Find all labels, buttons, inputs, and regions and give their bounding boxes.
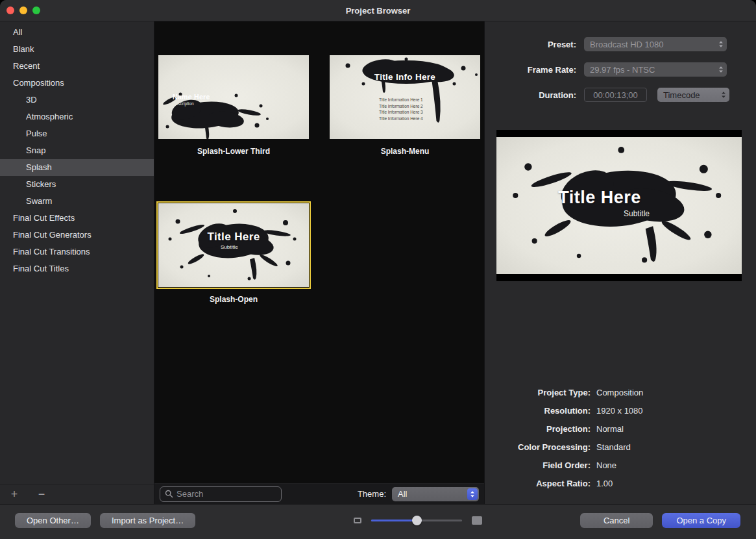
preview-frame: Title Here Subtitle <box>496 137 742 274</box>
sidebar-item-pulse[interactable]: Pulse <box>0 125 154 142</box>
close-window-button[interactable] <box>6 6 14 14</box>
remove-icon[interactable]: − <box>35 488 48 500</box>
sidebar-item-final-cut-titles[interactable]: Final Cut Titles <box>0 260 154 277</box>
sidebar-item-all[interactable]: All <box>0 24 154 41</box>
info-row: Projection: Normal <box>485 420 756 438</box>
info-row: Resolution: 1920 x 1080 <box>485 401 756 420</box>
template-card-splash-open[interactable]: Title Here Subtitle Splash-Open <box>158 203 309 305</box>
frame-rate-label: Frame Rate: <box>485 65 576 75</box>
search-icon <box>165 490 173 498</box>
project-preview: Title Here Subtitle <box>496 130 742 281</box>
sidebar-item-recent[interactable]: Recent <box>0 58 154 75</box>
zoom-window-button[interactable] <box>32 6 40 14</box>
thumbnail-size-large-icon <box>472 516 482 525</box>
frame-rate-value: 29.97 fps - NTSC <box>590 65 655 75</box>
popup-chevrons-icon <box>718 62 724 77</box>
sidebar-item-3d[interactable]: 3D <box>0 92 154 108</box>
info-row: Project Type: Composition <box>485 383 756 401</box>
sidebar-list: All Blank Recent Compositions 3D Atmosph… <box>0 21 154 484</box>
window-controls <box>6 0 40 21</box>
sidebar-item-compositions[interactable]: Compositions <box>0 75 154 92</box>
duration-input <box>584 88 647 102</box>
theme-popup[interactable]: All <box>392 487 479 501</box>
sidebar-item-stickers[interactable]: Stickers <box>0 176 154 193</box>
template-name: Splash-Menu <box>330 147 480 157</box>
theme-label: Theme: <box>358 489 386 499</box>
template-name: Splash-Lower Third <box>158 147 309 157</box>
search-input[interactable] <box>177 489 276 499</box>
project-info: Project Type: Composition Resolution: 19… <box>485 383 756 492</box>
sidebar-item-atmospheric[interactable]: Atmospheric <box>0 108 154 125</box>
minimize-window-button[interactable] <box>19 6 27 14</box>
sidebar: All Blank Recent Compositions 3D Atmosph… <box>0 21 154 504</box>
sidebar-item-splash[interactable]: Splash <box>0 159 154 176</box>
open-a-copy-button[interactable]: Open a Copy <box>662 513 740 528</box>
cancel-button[interactable]: Cancel <box>580 513 653 528</box>
popup-chevrons-icon <box>721 88 726 102</box>
slider-knob[interactable] <box>412 516 422 525</box>
template-thumbnail[interactable]: Name Here Description <box>158 55 309 139</box>
info-row: Color Processing: Standard <box>485 438 756 456</box>
window-title: Project Browser <box>0 6 756 16</box>
sidebar-item-snap[interactable]: Snap <box>0 142 154 159</box>
info-row: Field Order: None <box>485 456 756 474</box>
popup-chevrons-icon <box>718 37 724 51</box>
sidebar-item-final-cut-transitions[interactable]: Final Cut Transitions <box>0 244 154 260</box>
open-other-button[interactable]: Open Other… <box>15 513 91 528</box>
duration-label: Duration: <box>485 90 576 100</box>
browser-footer: Theme: All <box>154 483 484 504</box>
import-as-project-button[interactable]: Import as Project… <box>100 513 195 528</box>
template-grid: Name Here Description Splash-Lower Third… <box>154 21 484 483</box>
thumbnail-size-control <box>354 513 482 528</box>
template-thumbnail-selected[interactable]: Title Here Subtitle <box>158 203 309 287</box>
timecode-popup[interactable]: Timecode <box>657 88 729 102</box>
popup-chevrons-icon <box>467 488 478 500</box>
thumbnail-lines: Title Information Here 1 Title Informati… <box>379 97 423 121</box>
timecode-value: Timecode <box>663 90 700 100</box>
theme-value: All <box>398 489 407 499</box>
preview-text: Title Here Subtitle <box>496 188 703 218</box>
project-browser-window: Project Browser All Blank Recent Composi… <box>0 0 756 539</box>
info-row: Aspect Ratio: 1.00 <box>485 474 756 492</box>
sidebar-item-final-cut-effects[interactable]: Final Cut Effects <box>0 210 154 227</box>
thumbnail-text: Title Here Subtitle <box>158 231 309 250</box>
frame-rate-popup: 29.97 fps - NTSC <box>584 62 727 77</box>
template-thumbnail[interactable]: Title Info Here Title Information Here 1… <box>330 55 480 139</box>
preset-value: Broadcast HD 1080 <box>590 40 663 49</box>
preset-row: Preset: Broadcast HD 1080 <box>485 37 756 51</box>
sidebar-item-final-cut-generators[interactable]: Final Cut Generators <box>0 227 154 244</box>
preset-label: Preset: <box>485 40 576 49</box>
add-icon[interactable]: + <box>8 488 21 500</box>
slider-fill <box>371 520 417 521</box>
titlebar: Project Browser <box>0 0 756 21</box>
template-browser: Name Here Description Splash-Lower Third… <box>154 21 485 504</box>
thumbnail-size-slider[interactable] <box>371 513 462 528</box>
frame-rate-row: Frame Rate: 29.97 fps - NTSC <box>485 62 756 77</box>
sidebar-item-blank[interactable]: Blank <box>0 41 154 58</box>
inspector-panel: Preset: Broadcast HD 1080 Frame Rate: 29… <box>485 21 756 504</box>
template-name: Splash-Open <box>158 295 309 305</box>
preset-popup: Broadcast HD 1080 <box>584 37 727 51</box>
sidebar-item-swarm[interactable]: Swarm <box>0 193 154 210</box>
sidebar-footer: + − <box>0 484 154 504</box>
template-card-splash-menu[interactable]: Title Info Here Title Information Here 1… <box>330 55 480 157</box>
template-card-splash-lower-third[interactable]: Name Here Description Splash-Lower Third <box>158 55 309 157</box>
footer-left-buttons: Open Other… Import as Project… <box>15 513 195 528</box>
thumbnail-text: Name Here Description <box>173 93 210 107</box>
theme-group: Theme: All <box>358 487 479 501</box>
thumbnail-size-small-icon <box>354 518 361 523</box>
footer-right-buttons: Cancel Open a Copy <box>580 513 740 528</box>
duration-row: Duration: Timecode <box>485 88 756 102</box>
footer-bar: Open Other… Import as Project… Cancel Op… <box>0 504 756 539</box>
thumbnail-text: Title Info Here <box>330 72 480 82</box>
search-field[interactable] <box>160 486 282 502</box>
